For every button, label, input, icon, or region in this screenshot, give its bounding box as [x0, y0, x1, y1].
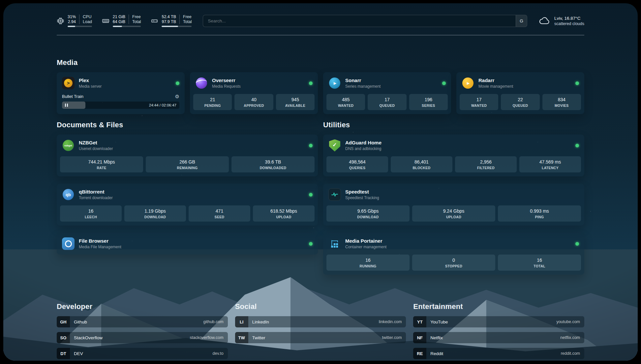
bookmark-youtube[interactable]: YT YouTube youtube.com — [413, 316, 584, 327]
radarr-desc: Movie management — [478, 84, 513, 89]
filebrowser-status-dot — [309, 242, 313, 246]
sonarr-icon — [328, 77, 341, 89]
qbittorrent-name: qBittorrent — [79, 189, 113, 195]
qbittorrent-status-dot — [309, 193, 313, 197]
search-provider-button[interactable]: G — [516, 15, 527, 27]
stat-series: 196 SERIES — [409, 94, 448, 110]
stat-ping: 0.993 ms PING — [498, 205, 581, 222]
plex-card[interactable]: Plex Media server Bullet Train — [57, 72, 185, 114]
adguard-name: AdGuard Home — [345, 140, 382, 145]
bookmark-reddit[interactable]: RE Reddit reddit.com — [413, 348, 584, 359]
overseerr-desc: Media Requests — [212, 84, 241, 89]
stat-movies: 834 MOVIES — [542, 94, 581, 110]
stat-leech: 16 LEECH — [60, 205, 122, 222]
bookmarks-area: Developer GH Github github.com SO StackO… — [57, 302, 584, 361]
adguard-icon — [328, 139, 341, 152]
stat-downloaded: 39.6 TB DOWNLOADED — [231, 156, 315, 172]
now-playing-time: 24:44 / 02:06:47 — [149, 103, 176, 107]
bookmark-stackoverflow[interactable]: SO StackOverflow stackoverflow.com — [57, 332, 228, 343]
stat-total: 16 TOTAL — [498, 255, 581, 271]
nzbget-card[interactable]: NZBGet Usenet downloader 744.21 Mbps RAT… — [57, 135, 318, 176]
adguard-card[interactable]: AdGuard Home DNS and adblocking 498,564 … — [323, 135, 584, 176]
stat-download: 1.19 Gbps DOWNLOAD — [124, 205, 186, 222]
developer-bookmarks: Developer GH Github github.com SO StackO… — [57, 302, 228, 361]
reddit-abbr-icon: RE — [413, 348, 426, 359]
memory-widget: 21 GiB Free 64 GiB Total — [102, 15, 141, 27]
weather-location: Lviv, 16.87°C — [554, 16, 584, 21]
portainer-icon — [328, 237, 341, 250]
documents-section-title: Documents & Files — [57, 121, 318, 129]
radarr-card[interactable]: Radarr Movie management 17 WANTED 22 QUE… — [456, 72, 584, 114]
bookmark-linkedin[interactable]: LI LinkedIn linkedin.com — [235, 316, 406, 327]
radarr-name: Radarr — [478, 77, 513, 83]
qbittorrent-desc: Torrent downloader — [79, 196, 113, 200]
bookmark-netflix[interactable]: NF Netflix netflix.com — [413, 332, 584, 343]
pause-icon[interactable] — [65, 104, 68, 107]
cpu-usage-value: 31% — [68, 15, 79, 19]
overseerr-card[interactable]: Overseerr Media Requests 21 PENDING 40 A… — [190, 72, 318, 114]
bookmark-twitter[interactable]: TW Twitter twitter.com — [235, 332, 406, 343]
adguard-desc: DNS and adblocking — [345, 146, 382, 151]
top-bar: 31% CPU 2.94 Load 21 GiB Free — [57, 15, 584, 27]
memory-progress-bar — [113, 26, 141, 27]
stat-latency: 47.569 ms LATENCY — [519, 156, 581, 172]
nzbget-status-dot — [309, 144, 313, 147]
portainer-card[interactable]: Media Portainer Container management 16 … — [323, 233, 584, 275]
now-playing-progress-bar: 24:44 / 02:06:47 — [62, 102, 179, 109]
disk-total-label: Total — [180, 19, 192, 24]
stat-download: 9.65 Gbps DOWNLOAD — [326, 205, 410, 222]
disk-free-label: Free — [180, 15, 192, 19]
speedtest-name: Speedtest — [345, 189, 379, 195]
nzbget-name: NZBGet — [79, 140, 113, 145]
sonarr-card[interactable]: Sonarr Series management 485 WANTED 17 Q… — [323, 72, 451, 114]
media-section-title: Media — [57, 58, 584, 67]
netflix-abbr-icon: NF — [413, 332, 426, 343]
utilities-section: Utilities AdGuard Home DNS and adblockin… — [323, 121, 584, 282]
cpu-load-label: Load — [79, 19, 92, 24]
sonarr-name: Sonarr — [345, 77, 381, 83]
memory-free-label: Free — [129, 15, 141, 19]
speedtest-card[interactable]: Speedtest Speedtest Tracking 9.65 Gbps D… — [323, 184, 584, 226]
stat-upload: 9.24 Gbps UPLOAD — [412, 205, 495, 222]
filebrowser-name: File Browser — [79, 238, 121, 244]
memory-total-value: 64 GiB — [113, 19, 129, 24]
disk-total-value: 97.9 TB — [162, 19, 180, 24]
stat-approved: 40 APPROVED — [234, 94, 273, 110]
portainer-desc: Container management — [345, 245, 386, 249]
cpu-icon — [57, 17, 64, 25]
cpu-progress-bar — [68, 26, 92, 27]
stat-seed: 471 SEED — [189, 205, 250, 222]
utilities-section-title: Utilities — [323, 121, 584, 129]
stat-rate: 744.21 Mbps RATE — [60, 156, 143, 172]
cpu-usage-label: CPU — [79, 15, 92, 19]
cpu-load-value: 2.94 — [68, 19, 79, 24]
weather-condition: scattered clouds — [554, 21, 584, 26]
topbar-divider — [57, 35, 584, 35]
dashboard-screen: 31% CPU 2.94 Load 21 GiB Free — [3, 3, 638, 361]
stat-available: 945 AVAILABLE — [276, 94, 315, 110]
stat-wanted: 485 WANTED — [326, 94, 365, 110]
sonarr-status-dot — [442, 81, 446, 85]
social-bookmarks: Social LI LinkedIn linkedin.com TW Twitt… — [235, 302, 406, 361]
memory-free-value: 21 GiB — [113, 15, 129, 19]
github-abbr-icon: GH — [57, 316, 70, 327]
disk-widget: 52.4 TB Free 97.9 TB Total — [151, 15, 192, 27]
gear-icon[interactable] — [175, 94, 179, 99]
cloud-icon — [538, 16, 550, 26]
plex-now-playing-widget: Bullet Train 24:44 / 02:06:47 — [57, 94, 185, 113]
plex-name: Plex — [79, 77, 102, 83]
search-input[interactable] — [203, 15, 527, 27]
stat-remaining: 266 GB REMAINING — [146, 156, 229, 172]
filebrowser-card[interactable]: File Browser Media File Management — [57, 233, 318, 255]
radarr-status-dot — [575, 81, 579, 85]
social-section-title: Social — [235, 302, 406, 311]
filebrowser-icon — [62, 237, 75, 250]
bookmark-dev[interactable]: DT DEV dev.to — [57, 348, 228, 359]
bookmark-github[interactable]: GH Github github.com — [57, 316, 228, 327]
radarr-icon — [462, 77, 474, 89]
adguard-status-dot — [575, 144, 579, 147]
stat-wanted: 17 WANTED — [460, 94, 498, 110]
linkedin-abbr-icon: LI — [235, 316, 248, 327]
stat-blocked: 86,401 BLOCKED — [391, 156, 452, 172]
qbittorrent-card[interactable]: qBittorrent Torrent downloader 16 LEECH … — [57, 184, 318, 226]
